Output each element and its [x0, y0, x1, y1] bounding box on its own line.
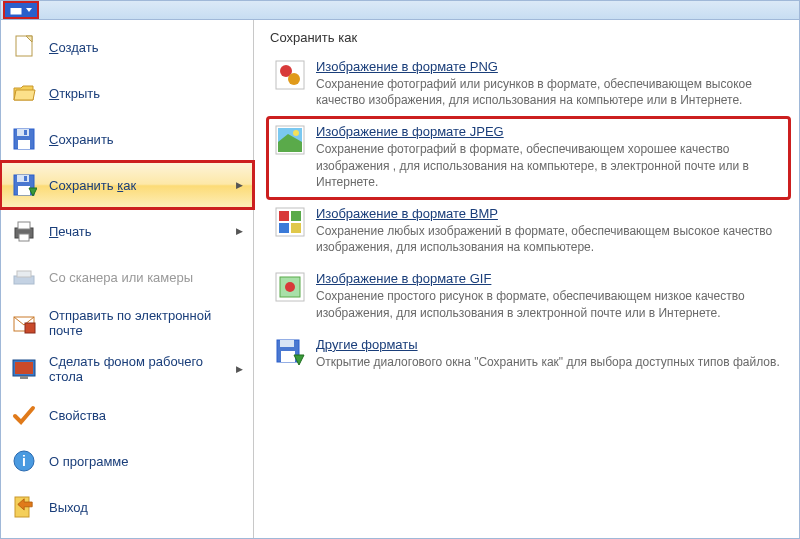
- svg-rect-37: [291, 211, 301, 221]
- file-menu-icon: [9, 4, 23, 16]
- save-floppy-icon: [11, 126, 37, 152]
- menu-item-open[interactable]: Открыть: [1, 70, 253, 116]
- svg-rect-39: [291, 223, 301, 233]
- menu-item-print[interactable]: Печать ▶: [1, 208, 253, 254]
- svg-rect-44: [280, 340, 294, 347]
- printer-icon: [11, 218, 37, 244]
- info-icon: i: [11, 448, 37, 474]
- menu-label: Свойства: [49, 408, 106, 423]
- option-gif[interactable]: Изображение в формате GIF Сохранение про…: [268, 265, 789, 328]
- email-icon: [11, 310, 37, 336]
- titlebar: [0, 0, 800, 20]
- open-folder-icon: [11, 80, 37, 106]
- menu-item-about[interactable]: i О программе: [1, 438, 253, 484]
- option-title: Изображение в формате JPEG: [316, 124, 783, 139]
- option-text: Изображение в формате PNG Сохранение фот…: [316, 59, 783, 108]
- svg-rect-7: [18, 140, 30, 149]
- submenu-arrow-icon: ▶: [236, 226, 243, 236]
- checkmark-icon: [11, 402, 37, 428]
- new-file-icon: [11, 34, 37, 60]
- option-png[interactable]: Изображение в формате PNG Сохранение фот…: [268, 53, 789, 116]
- menu-label: Открыть: [49, 86, 100, 101]
- menu-item-save[interactable]: Сохранить: [1, 116, 253, 162]
- svg-rect-12: [24, 176, 27, 181]
- desktop-bg-icon: [11, 356, 37, 382]
- svg-rect-38: [279, 223, 289, 233]
- option-other[interactable]: Другие форматы Открытие диалогового окна…: [268, 331, 789, 378]
- menu-label: Сделать фоном рабочего стола: [49, 354, 224, 384]
- menu-label: Отправить по электронной почте: [49, 308, 243, 338]
- menu-label: О программе: [49, 454, 129, 469]
- svg-point-34: [293, 130, 299, 136]
- svg-rect-18: [17, 271, 31, 277]
- option-title: Изображение в формате PNG: [316, 59, 783, 74]
- menu-item-scanner: Со сканера или камеры: [1, 254, 253, 300]
- option-title: Другие форматы: [316, 337, 783, 352]
- option-jpeg[interactable]: Изображение в формате JPEG Сохранение фо…: [268, 118, 789, 198]
- left-menu: Создать Открыть Сохранить Сохранить как …: [1, 20, 254, 538]
- chevron-down-icon: [25, 4, 33, 16]
- menu-label: Сохранить как: [49, 178, 136, 193]
- svg-rect-45: [281, 351, 295, 362]
- svg-rect-15: [18, 222, 30, 229]
- svg-marker-2: [26, 8, 32, 12]
- menu-item-create[interactable]: Создать: [1, 24, 253, 70]
- save-as-floppy-icon: [11, 172, 37, 198]
- svg-point-30: [288, 73, 300, 85]
- main-container: Создать Открыть Сохранить Сохранить как …: [0, 20, 800, 539]
- menu-label: Выход: [49, 500, 88, 515]
- panel-title: Сохранить как: [268, 30, 789, 45]
- option-title: Изображение в формате GIF: [316, 271, 783, 286]
- svg-point-42: [285, 282, 295, 292]
- svg-rect-22: [15, 362, 33, 374]
- app-menu-button[interactable]: [3, 1, 39, 19]
- save-as-panel: Сохранить как Изображение в формате PNG …: [254, 20, 799, 538]
- menu-item-email[interactable]: Отправить по электронной почте: [1, 300, 253, 346]
- svg-rect-8: [24, 130, 27, 135]
- svg-rect-36: [279, 211, 289, 221]
- menu-item-exit[interactable]: Выход: [1, 484, 253, 530]
- submenu-arrow-icon: ▶: [236, 180, 243, 190]
- gif-format-icon: [274, 271, 306, 303]
- bmp-format-icon: [274, 206, 306, 238]
- option-text: Другие форматы Открытие диалогового окна…: [316, 337, 783, 370]
- option-desc: Открытие диалогового окна "Сохранить как…: [316, 354, 783, 370]
- jpeg-format-icon: [274, 124, 306, 156]
- menu-label: Сохранить: [49, 132, 114, 147]
- svg-rect-23: [20, 376, 28, 379]
- menu-item-set-bg[interactable]: Сделать фоном рабочего стола ▶: [1, 346, 253, 392]
- svg-rect-16: [19, 234, 29, 241]
- other-formats-icon: [274, 337, 306, 369]
- svg-text:i: i: [22, 453, 26, 469]
- option-title: Изображение в формате BMP: [316, 206, 783, 221]
- option-desc: Сохранение фотографий или рисунков в фор…: [316, 76, 783, 108]
- option-text: Изображение в формате GIF Сохранение про…: [316, 271, 783, 320]
- svg-rect-11: [18, 186, 30, 195]
- submenu-arrow-icon: ▶: [236, 364, 243, 374]
- menu-label: Со сканера или камеры: [49, 270, 193, 285]
- scanner-icon: [11, 264, 37, 290]
- svg-rect-1: [10, 5, 22, 8]
- png-format-icon: [274, 59, 306, 91]
- option-desc: Сохранение простого рисунок в формате, о…: [316, 288, 783, 320]
- option-text: Изображение в формате JPEG Сохранение фо…: [316, 124, 783, 190]
- menu-label: Печать: [49, 224, 92, 239]
- exit-icon: [11, 494, 37, 520]
- option-bmp[interactable]: Изображение в формате BMP Сохранение люб…: [268, 200, 789, 263]
- menu-label: Создать: [49, 40, 98, 55]
- svg-rect-6: [17, 129, 29, 136]
- option-desc: Сохранение любых изображений в формате, …: [316, 223, 783, 255]
- menu-item-props[interactable]: Свойства: [1, 392, 253, 438]
- svg-rect-10: [17, 175, 29, 182]
- option-text: Изображение в формате BMP Сохранение люб…: [316, 206, 783, 255]
- menu-item-save-as[interactable]: Сохранить как ▶: [1, 162, 253, 208]
- svg-rect-20: [25, 323, 35, 333]
- option-desc: Сохранение фотографий в формате, обеспеч…: [316, 141, 783, 190]
